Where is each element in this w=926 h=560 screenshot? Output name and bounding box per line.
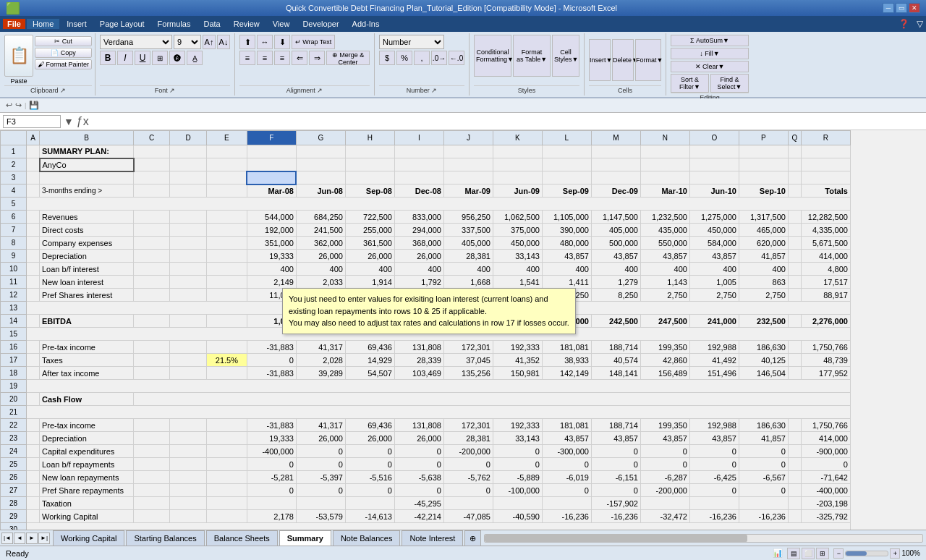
cell-l24[interactable]: -300,000 <box>542 445 591 458</box>
cell-q1[interactable] <box>788 145 801 158</box>
cell-o4[interactable]: Jun-10 <box>689 184 739 198</box>
normal-view-button[interactable]: ▤ <box>787 548 800 559</box>
cell-m14[interactable]: 242,500 <box>591 315 640 328</box>
cell-h17[interactable]: 14,929 <box>345 354 394 367</box>
cell-f17[interactable]: 0 <box>247 354 296 367</box>
cell-b23[interactable]: Depreciation <box>40 432 134 445</box>
cell-h1[interactable] <box>345 145 394 158</box>
sheet-tab-summary-active[interactable]: Summary <box>279 530 331 546</box>
cell-d14[interactable] <box>170 315 206 328</box>
cell-p9[interactable]: 41,857 <box>739 250 788 263</box>
cell-b8[interactable]: Company expenses <box>40 237 134 250</box>
cell-b9[interactable]: Depreciation <box>40 250 134 263</box>
cell-n12[interactable]: 2,750 <box>640 289 689 302</box>
cell-c6[interactable] <box>134 211 170 224</box>
name-box[interactable] <box>3 115 61 128</box>
cell-b18[interactable]: After tax income <box>40 367 134 380</box>
cell-o25[interactable]: 0 <box>689 458 739 471</box>
italic-button[interactable]: I <box>117 51 133 65</box>
cell-p8[interactable]: 620,000 <box>739 237 788 250</box>
cell-j26[interactable]: -5,762 <box>443 471 493 484</box>
cell-h24[interactable]: 0 <box>345 445 394 458</box>
cell-a3[interactable] <box>27 171 40 184</box>
col-header-l[interactable]: L <box>542 131 591 145</box>
cell-r24[interactable]: -900,000 <box>801 445 850 458</box>
cell-h6[interactable]: 722,500 <box>345 211 394 224</box>
col-header-j[interactable]: J <box>443 131 493 145</box>
cell-n24[interactable]: 0 <box>640 445 689 458</box>
cell-g25[interactable]: 0 <box>296 458 345 471</box>
cell-k9[interactable]: 33,143 <box>493 250 542 263</box>
copy-button[interactable]: 📄 Copy <box>35 48 92 58</box>
cell-j18[interactable]: 135,256 <box>443 367 493 380</box>
cell-n17[interactable]: 42,860 <box>640 354 689 367</box>
cell-f25[interactable]: 0 <box>247 458 296 471</box>
cell-q28[interactable] <box>788 497 801 510</box>
cell-q17[interactable] <box>788 354 801 367</box>
cell-o2[interactable] <box>689 158 739 171</box>
align-top-button[interactable]: ⬆ <box>239 35 255 49</box>
cell-o23[interactable]: 43,857 <box>689 432 739 445</box>
increase-indent-button[interactable]: ⇒ <box>309 51 325 65</box>
cell-r8[interactable]: 5,671,500 <box>801 237 850 250</box>
cell-g26[interactable]: -5,397 <box>296 471 345 484</box>
cell-p25[interactable]: 0 <box>739 458 788 471</box>
cell-q25[interactable] <box>788 458 801 471</box>
cell-c27[interactable] <box>134 484 170 497</box>
cell-e1[interactable] <box>206 145 247 158</box>
cell-a2[interactable] <box>27 158 40 171</box>
cell-d28[interactable] <box>170 497 206 510</box>
sheet-tab-working-capital[interactable]: Working Capital <box>53 530 124 546</box>
align-right-button[interactable]: ≡ <box>274 51 290 65</box>
cell-i11[interactable]: 1,792 <box>394 276 443 289</box>
data-tab[interactable]: Data <box>197 19 226 29</box>
cell-h10[interactable]: 400 <box>345 263 394 276</box>
cell-j4[interactable]: Mar-09 <box>443 184 493 198</box>
cell-b29[interactable]: Working Capital <box>40 510 134 523</box>
cell-k1[interactable] <box>493 145 542 158</box>
restore-btn[interactable]: ▭ <box>896 3 907 13</box>
cell-e16[interactable] <box>206 341 247 354</box>
cell-m10[interactable]: 400 <box>591 263 640 276</box>
cell-p18[interactable]: 146,504 <box>739 367 788 380</box>
cell-q2[interactable] <box>788 158 801 171</box>
cell-l11[interactable]: 1,411 <box>542 276 591 289</box>
cell-b11[interactable]: New loan interest <box>40 276 134 289</box>
cell-r4[interactable]: Totals <box>801 184 850 198</box>
cell-j17[interactable]: 37,045 <box>443 354 493 367</box>
cut-button[interactable]: ✂ Cut <box>35 36 92 46</box>
cell-k18[interactable]: 150,981 <box>493 367 542 380</box>
cell-j2[interactable] <box>443 158 493 171</box>
cell-p26[interactable]: -6,567 <box>739 471 788 484</box>
cell-styles-button[interactable]: CellStyles▼ <box>552 35 579 77</box>
cell-q22[interactable] <box>788 419 801 432</box>
cell-k29[interactable]: -40,590 <box>493 510 542 523</box>
minimize-btn[interactable]: ─ <box>883 3 894 13</box>
cell-m8[interactable]: 500,000 <box>591 237 640 250</box>
cell-p24[interactable]: 0 <box>739 445 788 458</box>
sheet-nav-first[interactable]: |◄ <box>1 533 13 544</box>
cell-g6[interactable]: 684,250 <box>296 211 345 224</box>
cell-j24[interactable]: -200,000 <box>443 445 493 458</box>
cell-n2[interactable] <box>640 158 689 171</box>
cell-i24[interactable]: 0 <box>394 445 443 458</box>
cell-f29[interactable]: 2,178 <box>247 510 296 523</box>
underline-button[interactable]: U <box>135 51 150 65</box>
cell-m9[interactable]: 43,857 <box>591 250 640 263</box>
cell-k3[interactable] <box>493 171 542 184</box>
cell-d22[interactable] <box>170 419 206 432</box>
cell-b3[interactable] <box>40 171 134 184</box>
cell-e24[interactable] <box>206 445 247 458</box>
cell-e29[interactable] <box>206 510 247 523</box>
delete-cells-button[interactable]: Delete▼ <box>612 39 634 81</box>
cell-g22[interactable]: 41,317 <box>296 419 345 432</box>
cell-m1[interactable] <box>591 145 640 158</box>
cell-f6[interactable]: 544,000 <box>247 211 296 224</box>
cell-c1[interactable] <box>134 145 170 158</box>
cell-e26[interactable] <box>206 471 247 484</box>
cell-f4[interactable]: Mar-08 <box>247 184 296 198</box>
cell-h16[interactable]: 69,436 <box>345 341 394 354</box>
cell-a28[interactable] <box>27 497 40 510</box>
cell-j16[interactable]: 172,301 <box>443 341 493 354</box>
cell-i23[interactable]: 26,000 <box>394 432 443 445</box>
